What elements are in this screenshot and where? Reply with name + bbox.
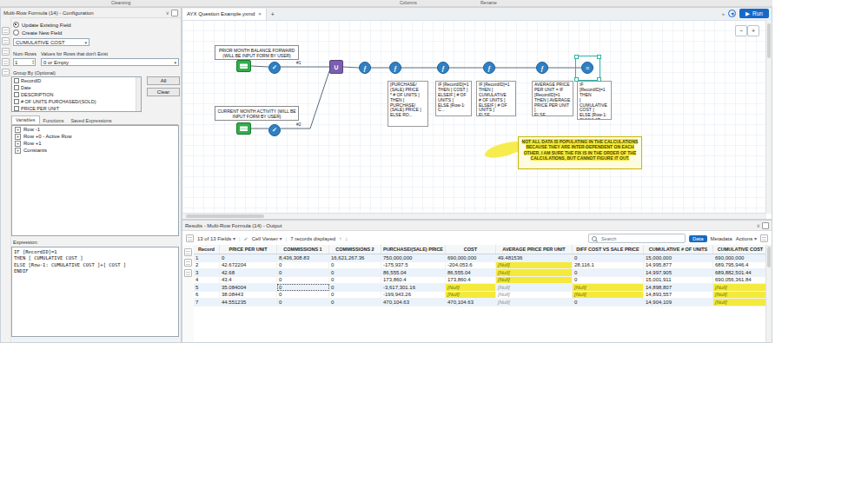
column-header[interactable]: PURCHASE/(SALE) PRICE — [381, 245, 446, 254]
checkbox-icon[interactable] — [14, 106, 19, 111]
table-cell[interactable]: 0 — [329, 277, 381, 284]
table-cell[interactable]: -175,937.5 — [381, 262, 446, 269]
table-cell[interactable]: 173,860.4 — [446, 277, 496, 284]
toolbar-category-rename[interactable]: Rename — [480, 0, 497, 5]
column-header[interactable]: DIFF COST VS SALE PRICE — [573, 245, 644, 254]
table-cell[interactable]: 1 — [194, 254, 220, 261]
table-cell[interactable]: 173,860.4 — [381, 277, 446, 284]
column-header[interactable]: CUMULATIVE # OF UNITS — [644, 245, 713, 254]
num-rows-stepper[interactable]: 1 ▴▾ — [13, 58, 36, 66]
tab-data[interactable]: Data — [689, 235, 707, 242]
table-cell[interactable]: 38.08443 — [220, 292, 277, 299]
tool-caption-cumulative-units[interactable]: IF [RecordID]=1 THEN [ CUMULATIVE # OF U… — [476, 81, 516, 116]
table-cell[interactable]: 0 — [329, 269, 381, 276]
actions-dropdown[interactable]: Actions ▾ — [736, 235, 757, 241]
table-cell[interactable]: 86,555.04 — [381, 269, 446, 276]
formula-tool-icon[interactable]: ƒ — [359, 62, 371, 74]
table-cell[interactable]: 470,104.63 — [381, 299, 446, 306]
expression-editor[interactable]: IF [RecordID]=1 THEN [ CUMULATIVE COST ]… — [11, 247, 179, 337]
checkbox-icon[interactable] — [14, 99, 19, 104]
run-button[interactable]: ▶ Run — [739, 9, 769, 18]
formula-tool-icon[interactable]: ƒ — [389, 62, 401, 74]
checkbox-icon[interactable] — [14, 78, 19, 83]
pin-icon[interactable] — [171, 10, 178, 16]
table-cell[interactable]: 0 — [573, 277, 644, 284]
table-cell[interactable]: [Null] — [496, 292, 573, 299]
workflow-canvas[interactable]: − + PRIOR MONTH BALANCE FORWARD (WILL BE… — [182, 20, 766, 214]
radio-selected-icon[interactable] — [13, 22, 19, 28]
table-cell[interactable]: 15,001,911 — [644, 277, 713, 284]
values-select[interactable]: 0 or Empty ▾ — [41, 58, 179, 66]
field-select[interactable]: CUMULATIVE COST ▾ — [13, 38, 89, 46]
tree-item[interactable]: +Row -1 — [12, 126, 178, 133]
tab-variables[interactable]: Variables — [11, 115, 40, 124]
table-cell[interactable]: 42.68 — [220, 269, 277, 276]
search-box[interactable] — [588, 234, 686, 243]
table-cell[interactable]: 0 — [329, 262, 381, 269]
annotation-current-month[interactable]: CURRENT MONTH ACTIVITY (WILL BE INPUT FO… — [215, 106, 299, 121]
apply-check-icon[interactable]: ✓ — [244, 235, 248, 241]
table-cell[interactable]: 14,904,109 — [644, 299, 713, 306]
fields-dropdown[interactable]: 13 of 13 Fields ▾ — [197, 235, 235, 241]
column-header[interactable]: COST — [446, 245, 496, 254]
group-by-item[interactable]: Date — [12, 84, 141, 91]
table-cell[interactable]: [Null] — [713, 292, 766, 299]
table-cell[interactable]: 689,795,946.4 — [713, 262, 766, 269]
table-cell[interactable]: 49.481536 — [496, 254, 573, 261]
table-cell[interactable]: 0 — [277, 269, 329, 276]
formula-tool-icon[interactable]: ƒ — [536, 62, 548, 74]
column-header[interactable]: Record — [194, 245, 220, 254]
table-cell[interactable]: -3,617,301.16 — [381, 284, 446, 291]
table-cell[interactable]: 0 — [277, 277, 329, 284]
column-header[interactable]: COMMISSIONS 2 — [329, 245, 381, 254]
table-cell[interactable]: 14,898,807 — [644, 284, 713, 291]
annotation-tab-icon[interactable] — [2, 37, 10, 45]
table-cell[interactable]: 3 — [194, 269, 220, 276]
table-row[interactable]: 342.680086,555.0486,555.04[Null]014,997,… — [194, 269, 766, 277]
group-by-list[interactable]: RecordIDDateDESCRIPTION# OF UNITS PURCHA… — [11, 76, 142, 112]
canvas-vertical-scrollbar[interactable] — [765, 20, 772, 214]
table-cell[interactable]: 4 — [194, 277, 220, 284]
schedule-icon[interactable] — [728, 10, 736, 17]
expand-icon[interactable]: + — [15, 148, 21, 154]
table-cell[interactable]: 0 — [277, 284, 329, 291]
table-cell[interactable]: [Null] — [496, 299, 573, 306]
table-cell[interactable]: 0 — [329, 284, 381, 291]
tree-item[interactable]: +Row +1 — [12, 140, 178, 147]
table-cell[interactable]: 44.551235 — [220, 299, 277, 306]
select-tool-icon[interactable]: ✓ — [268, 124, 281, 136]
table-cell[interactable]: 0 — [329, 299, 381, 306]
table-row[interactable]: 638.0844300-199,943.26[Null][Null][Null]… — [194, 292, 766, 300]
table-row[interactable]: 108,436,308.8316,621,267.36750,000,00069… — [194, 254, 766, 262]
table-cell[interactable]: 14,893,557 — [644, 292, 713, 299]
table-cell[interactable]: [Null] — [573, 284, 644, 291]
table-cell[interactable]: 43.4 — [220, 277, 277, 284]
table-cell[interactable]: 42.672204 — [220, 262, 277, 269]
table-view-icon[interactable] — [186, 234, 194, 242]
configuration-tab-icon[interactable] — [2, 27, 10, 35]
multi-row-formula-tool-icon[interactable]: ≡ — [581, 62, 593, 74]
table-cell[interactable]: [Null] — [496, 269, 573, 276]
table-cell[interactable]: [Null] — [713, 299, 766, 306]
tool-caption-average-price[interactable]: AVERAGE PRICE PER UNIT = IF [RecordID]=1… — [532, 81, 573, 116]
table-cell[interactable]: 0 — [277, 299, 329, 306]
connections-tab-icon[interactable] — [2, 48, 10, 56]
table-cell[interactable]: 750,000,000 — [381, 254, 446, 261]
table-cell[interactable]: 28,116.1 — [573, 262, 644, 269]
table-cell[interactable]: 689,882,501.44 — [713, 269, 766, 276]
canvas-horizontal-scrollbar[interactable] — [182, 213, 766, 219]
tool-caption-cost[interactable]: IF [RecordID]=1 THEN [ COST ] ELSEIF [ #… — [435, 81, 472, 116]
tab-saved-expressions[interactable]: Saved Expressions — [67, 117, 115, 124]
table-cell[interactable]: [Null] — [496, 284, 573, 291]
workflow-note[interactable]: NOT ALL DATA IS POPULATING IN THE CALCUL… — [518, 136, 642, 169]
pin-icon[interactable] — [762, 222, 769, 229]
log-view-icon[interactable] — [184, 259, 192, 267]
table-cell[interactable]: 0 — [277, 292, 329, 299]
table-cell[interactable]: 86,555.04 — [446, 269, 496, 276]
table-cell[interactable]: 690,056,361.84 — [713, 277, 766, 284]
column-header[interactable]: CUMULATIVE COST — [713, 245, 766, 254]
collapse-icon[interactable]: ∨ — [757, 222, 760, 228]
table-cell[interactable]: 8,436,308.83 — [277, 254, 329, 261]
grid-view-icon[interactable] — [184, 248, 192, 256]
table-row[interactable]: 443.400173,860.4173,860.4[Null]015,001,9… — [194, 277, 766, 285]
